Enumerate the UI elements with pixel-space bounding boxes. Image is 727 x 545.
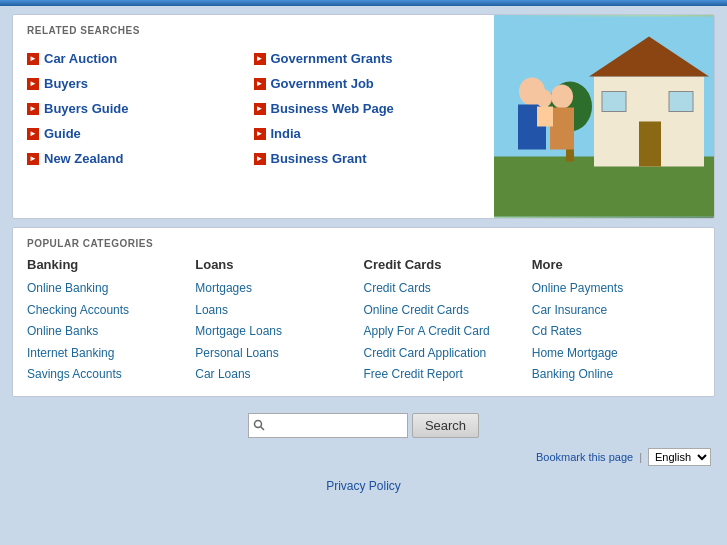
bottom-bar: Bookmark this page | English <box>12 446 715 468</box>
category-more-header: More <box>532 257 700 272</box>
divider: | <box>639 451 642 463</box>
rs-arrow-icon: ► <box>27 53 39 65</box>
rs-arrow-icon: ► <box>254 78 266 90</box>
rs-link-buyers-guide[interactable]: Buyers Guide <box>44 101 129 116</box>
link-apply-credit-card[interactable]: Apply For A Credit Card <box>364 321 532 343</box>
link-car-loans[interactable]: Car Loans <box>195 364 363 386</box>
rs-arrow-icon: ► <box>254 103 266 115</box>
svg-rect-4 <box>639 122 661 167</box>
rs-link-guide[interactable]: Guide <box>44 126 81 141</box>
link-free-credit-report[interactable]: Free Credit Report <box>364 364 532 386</box>
category-banking: Banking Online Banking Checking Accounts… <box>27 257 195 386</box>
svg-point-15 <box>254 421 261 428</box>
rs-arrow-icon: ► <box>27 103 39 115</box>
svg-point-11 <box>551 85 573 109</box>
related-searches-title: RELATED SEARCHES <box>27 25 480 36</box>
category-more: More Online Payments Car Insurance Cd Ra… <box>532 257 700 386</box>
rs-item: ► Business Grant <box>254 146 481 171</box>
rs-item: ► Government Job <box>254 71 481 96</box>
link-online-credit-cards[interactable]: Online Credit Cards <box>364 300 532 322</box>
link-mortgage-loans[interactable]: Mortgage Loans <box>195 321 363 343</box>
rs-left-col: ► Car Auction ► Buyers ► Buyers Guide ► … <box>27 46 254 171</box>
rs-item: ► Buyers <box>27 71 254 96</box>
rs-item: ► Car Auction <box>27 46 254 71</box>
link-home-mortgage[interactable]: Home Mortgage <box>532 343 700 365</box>
link-online-payments[interactable]: Online Payments <box>532 278 700 300</box>
popular-categories-title: POPULAR CATEGORIES <box>27 238 700 249</box>
rs-item: ► Guide <box>27 121 254 146</box>
rs-arrow-icon: ► <box>254 53 266 65</box>
link-online-banks[interactable]: Online Banks <box>27 321 195 343</box>
link-online-banking[interactable]: Online Banking <box>27 278 195 300</box>
related-searches-content: RELATED SEARCHES ► Car Auction ► Buyers … <box>13 15 494 218</box>
rs-item: ► Buyers Guide <box>27 96 254 121</box>
category-credit-cards-header: Credit Cards <box>364 257 532 272</box>
rs-link-government-job[interactable]: Government Job <box>271 76 374 91</box>
family-illustration <box>494 15 714 218</box>
search-icon <box>252 418 266 432</box>
popular-categories-box: POPULAR CATEGORIES Banking Online Bankin… <box>12 227 715 397</box>
main-wrapper: RELATED SEARCHES ► Car Auction ► Buyers … <box>0 6 727 509</box>
link-credit-cards[interactable]: Credit Cards <box>364 278 532 300</box>
search-button[interactable]: Search <box>412 413 479 438</box>
rs-arrow-icon: ► <box>254 153 266 165</box>
rs-link-new-zealand[interactable]: New Zealand <box>44 151 123 166</box>
privacy-bar: Privacy Policy <box>12 472 715 501</box>
svg-point-13 <box>536 90 552 108</box>
related-searches-grid: ► Car Auction ► Buyers ► Buyers Guide ► … <box>27 46 480 171</box>
link-personal-loans[interactable]: Personal Loans <box>195 343 363 365</box>
privacy-link[interactable]: Privacy Policy <box>326 479 401 493</box>
search-input-wrapper <box>248 413 408 438</box>
svg-rect-5 <box>602 92 626 112</box>
link-loans[interactable]: Loans <box>195 300 363 322</box>
rs-item: ► Government Grants <box>254 46 481 71</box>
rs-item: ► Business Web Page <box>254 96 481 121</box>
category-loans-header: Loans <box>195 257 363 272</box>
rs-arrow-icon: ► <box>27 153 39 165</box>
rs-link-business-web-page[interactable]: Business Web Page <box>271 101 394 116</box>
rs-right-col: ► Government Grants ► Government Job ► B… <box>254 46 481 171</box>
language-select[interactable]: English <box>648 448 711 466</box>
link-savings-accounts[interactable]: Savings Accounts <box>27 364 195 386</box>
rs-item: ► India <box>254 121 481 146</box>
rs-arrow-icon: ► <box>27 128 39 140</box>
rs-link-car-auction[interactable]: Car Auction <box>44 51 117 66</box>
svg-rect-14 <box>537 107 553 127</box>
rs-link-government-grants[interactable]: Government Grants <box>271 51 393 66</box>
search-area: Search <box>12 405 715 446</box>
hero-image <box>494 15 714 218</box>
svg-line-16 <box>260 427 264 431</box>
rs-link-business-grant[interactable]: Business Grant <box>271 151 367 166</box>
link-car-insurance[interactable]: Car Insurance <box>532 300 700 322</box>
svg-rect-6 <box>669 92 693 112</box>
link-cd-rates[interactable]: Cd Rates <box>532 321 700 343</box>
rs-arrow-icon: ► <box>254 128 266 140</box>
svg-rect-12 <box>550 108 574 150</box>
search-input[interactable] <box>248 413 408 438</box>
link-checking-accounts[interactable]: Checking Accounts <box>27 300 195 322</box>
link-credit-card-application[interactable]: Credit Card Application <box>364 343 532 365</box>
rs-item: ► New Zealand <box>27 146 254 171</box>
category-loans: Loans Mortgages Loans Mortgage Loans Per… <box>195 257 363 386</box>
rs-link-buyers[interactable]: Buyers <box>44 76 88 91</box>
link-internet-banking[interactable]: Internet Banking <box>27 343 195 365</box>
related-searches-box: RELATED SEARCHES ► Car Auction ► Buyers … <box>12 14 715 219</box>
category-banking-header: Banking <box>27 257 195 272</box>
category-credit-cards: Credit Cards Credit Cards Online Credit … <box>364 257 532 386</box>
rs-arrow-icon: ► <box>27 78 39 90</box>
bookmark-link[interactable]: Bookmark this page <box>536 451 633 463</box>
link-banking-online[interactable]: Banking Online <box>532 364 700 386</box>
link-mortgages[interactable]: Mortgages <box>195 278 363 300</box>
rs-link-india[interactable]: India <box>271 126 301 141</box>
categories-grid: Banking Online Banking Checking Accounts… <box>27 257 700 386</box>
